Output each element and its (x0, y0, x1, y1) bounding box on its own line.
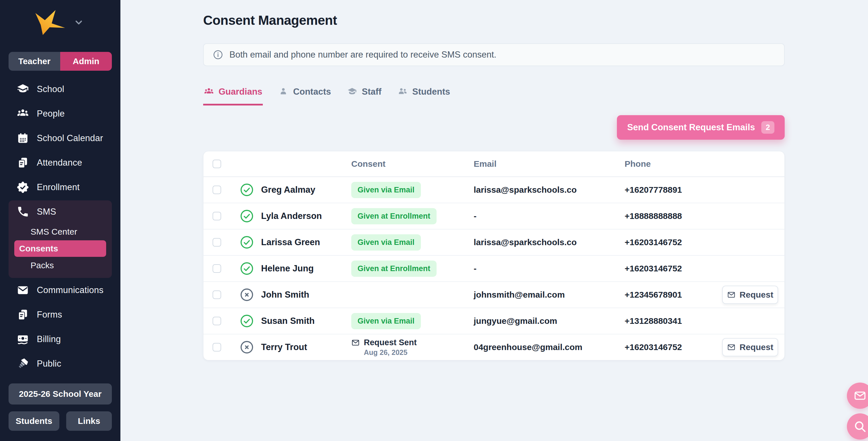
sidebar-footer: 2025-26 School Year Students Links (8, 383, 112, 431)
guardian-name: Greg Aalmay (259, 185, 351, 195)
sidebar-item-label: School (37, 84, 64, 94)
tab-students[interactable]: Students (397, 87, 451, 105)
request-sent-status: Request Sent Aug 26, 2025 (351, 338, 474, 357)
sidebar-item-label: Billing (37, 334, 61, 344)
guardian-phone: +12345678901 (625, 290, 714, 300)
guardian-email: 04greenhouse@gmail.com (474, 342, 625, 352)
staff-cap-icon (347, 87, 357, 97)
info-banner: Both email and phone number are required… (203, 43, 785, 66)
main-content: Consent Management Both email and phone … (120, 0, 868, 441)
sidebar-item-label: Enrollment (37, 182, 80, 193)
guardian-name: Larissa Green (259, 237, 351, 247)
column-header-email: Email (474, 159, 625, 169)
guardian-phone: +18888888888 (625, 211, 714, 221)
info-banner-text: Both email and phone number are required… (229, 49, 496, 60)
column-header-phone: Phone (625, 159, 714, 169)
envelope-outline-icon (727, 291, 736, 299)
check-circle-icon (240, 262, 254, 275)
sidebar-subitem-consents[interactable]: Consents (14, 240, 106, 257)
tab-contacts[interactable]: Contacts (278, 87, 332, 105)
guardian-phone: +16203146752 (625, 264, 714, 273)
sidebar-item-billing[interactable]: Billing (8, 327, 112, 351)
info-icon (213, 49, 223, 60)
request-button-label: Request (740, 342, 773, 352)
guardian-email: - (474, 211, 625, 221)
chevron-down-icon[interactable] (72, 16, 85, 29)
sidebar-item-communications[interactable]: Communications (8, 278, 112, 302)
actions-row: Send Consent Request Emails 2 (203, 115, 785, 140)
school-year-button[interactable]: 2025-26 School Year (8, 383, 112, 405)
guardian-email: larissa@sparkschools.co (474, 237, 625, 247)
guardian-phone: +16203146752 (625, 342, 714, 352)
logo-row (8, 0, 112, 40)
megaphone-icon (16, 357, 29, 370)
sidebar-item-label: Public (37, 359, 61, 369)
sidebar-item-people[interactable]: People (8, 101, 112, 126)
envelope-outline-icon (727, 343, 736, 351)
table-row: Terry Trout Request Sent Aug 26, 2025 04… (204, 334, 784, 360)
sidebar-item-attendance[interactable]: Attendance (8, 150, 112, 175)
graduation-cap-icon (16, 83, 29, 96)
guardians-people-icon (204, 87, 214, 97)
check-circle-icon (240, 235, 254, 249)
students-button[interactable]: Students (8, 411, 59, 431)
sidebar-subitem-packs[interactable]: Packs (17, 257, 106, 274)
consent-status-badge: Given at Enrollment (351, 208, 437, 224)
select-all-checkbox[interactable] (213, 160, 221, 168)
row-checkbox[interactable] (213, 185, 221, 194)
guardian-name: Susan Smith (259, 316, 351, 326)
spark-logo-icon (35, 10, 65, 35)
consent-status-badge: Given via Email (351, 234, 421, 250)
table-row: Greg Aalmay Given via Email larissa@spar… (204, 176, 784, 203)
table-row: Helene Jung Given at Enrollment - +16203… (204, 255, 784, 281)
request-consent-button[interactable]: Request (722, 285, 778, 304)
row-checkbox[interactable] (213, 212, 221, 220)
row-checkbox[interactable] (213, 264, 221, 273)
row-checkbox[interactable] (213, 317, 221, 325)
table-row: John Smith johnsmith@email.com +12345678… (204, 281, 784, 308)
search-fab-icon (854, 420, 867, 433)
sidebar-subitem-sms-center[interactable]: SMS Center (17, 223, 106, 240)
sidebar-item-label: People (37, 109, 65, 119)
request-button-label: Request (740, 290, 773, 300)
sidebar-item-school-calendar[interactable]: School Calendar (8, 126, 112, 150)
table-header-row: Consent Email Phone (204, 151, 784, 176)
envelope-icon (16, 284, 29, 297)
guardian-phone: +16203146752 (625, 237, 714, 247)
sidebar-item-sms[interactable]: SMS (8, 200, 112, 223)
badge-check-icon (16, 181, 29, 194)
sidebar-item-forms[interactable]: Forms (8, 302, 112, 327)
row-checkbox[interactable] (213, 291, 221, 299)
tab-bar: Guardians Contacts Staff Students (203, 87, 785, 105)
students-people-icon (398, 87, 408, 97)
role-toggle: Teacher Admin (8, 52, 112, 71)
tab-label: Contacts (293, 87, 331, 97)
sidebar-nav: School People School Calendar Attendance (8, 77, 112, 376)
guardian-phone: +13128880341 (625, 316, 714, 326)
calendar-icon (16, 132, 29, 145)
send-consent-request-emails-button[interactable]: Send Consent Request Emails 2 (617, 115, 785, 140)
teacher-toggle-button[interactable]: Teacher (8, 52, 60, 71)
tab-staff[interactable]: Staff (346, 87, 382, 105)
request-consent-button[interactable]: Request (722, 338, 778, 357)
sidebar-item-label: School Calendar (37, 133, 103, 143)
links-button[interactable]: Links (66, 411, 112, 431)
forms-copy-icon (16, 308, 29, 321)
clipboard-copy-icon (16, 156, 29, 169)
envelope-outline-icon (351, 338, 360, 347)
sidebar-item-school[interactable]: School (8, 77, 112, 101)
x-circle-icon (240, 288, 254, 302)
guardian-email: larissa@sparkschools.co (474, 185, 625, 195)
tab-guardians[interactable]: Guardians (203, 87, 263, 105)
guardian-name: John Smith (259, 290, 351, 300)
admin-toggle-button[interactable]: Admin (60, 52, 112, 71)
sidebar-item-enrollment[interactable]: Enrollment (8, 175, 112, 200)
row-checkbox[interactable] (213, 343, 221, 351)
request-sent-label: Request Sent (364, 338, 416, 347)
send-button-count-badge: 2 (761, 121, 774, 134)
send-button-label: Send Consent Request Emails (627, 122, 755, 133)
people-icon (16, 107, 29, 120)
sidebar-item-public[interactable]: Public (8, 351, 112, 376)
row-checkbox[interactable] (213, 238, 221, 246)
sidebar-item-label: Communications (37, 285, 103, 295)
